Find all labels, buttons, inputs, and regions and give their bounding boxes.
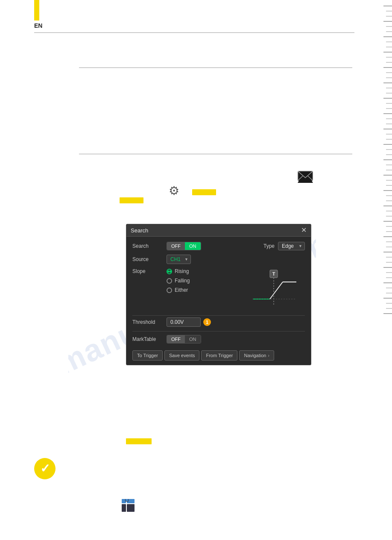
- yellow-highlight-1: [120, 197, 143, 203]
- sidebar-tick: [386, 103, 392, 104]
- marktable-toggle-off[interactable]: OFF: [167, 335, 185, 343]
- slope-falling[interactable]: Falling: [167, 278, 245, 284]
- sidebar-tick: [386, 139, 392, 140]
- threshold-label: Threshold: [132, 319, 167, 325]
- sidebar-tick: [386, 123, 392, 124]
- sidebar-tick: [383, 113, 392, 114]
- sidebar-tick: [386, 93, 392, 94]
- type-dropdown[interactable]: Edge Pulse Slope: [278, 242, 305, 250]
- threshold-row: Threshold 1: [132, 315, 305, 327]
- svg-rect-12: [127, 504, 135, 512]
- source-dropdown-wrap[interactable]: CH1 CH2 CH3 CH4: [167, 255, 191, 264]
- radio-falling[interactable]: [167, 278, 172, 284]
- source-row: Source CH1 CH2 CH3 CH4: [132, 255, 305, 264]
- sidebar-tick: [386, 257, 392, 258]
- slope-label: Slope: [132, 268, 167, 274]
- toggle-off-button[interactable]: OFF: [167, 242, 185, 250]
- svg-rect-14: [126, 499, 128, 501]
- sidebar-tick: [383, 129, 392, 129]
- sidebar-tick: [383, 298, 392, 299]
- sidebar-tick: [383, 98, 392, 99]
- slope-either-label: Either: [175, 287, 188, 293]
- slope-rising-label: Rising: [175, 268, 189, 274]
- slope-options: Rising Falling Either: [167, 268, 245, 293]
- sidebar-tick: [386, 195, 392, 196]
- sidebar-tick: [386, 247, 392, 247]
- type-dropdown-wrap[interactable]: Edge Pulse Slope: [278, 242, 305, 250]
- sidebar-tick: [386, 272, 392, 273]
- sidebar-tick: [386, 88, 392, 88]
- close-button[interactable]: ✕: [301, 227, 307, 234]
- sidebar-tick: [386, 185, 392, 186]
- source-dropdown[interactable]: CH1 CH2 CH3 CH4: [167, 255, 191, 264]
- slope-either[interactable]: Either: [167, 287, 245, 293]
- radio-rising[interactable]: [167, 269, 172, 274]
- svg-line-5: [270, 282, 283, 299]
- sidebar-tick: [386, 154, 392, 155]
- sidebar-tick: [386, 62, 392, 63]
- sidebar-tick: [386, 57, 392, 58]
- bottom-yellow-highlight: [126, 438, 152, 444]
- sidebar-tick: [386, 293, 392, 293]
- sidebar-tick: [383, 236, 392, 237]
- brand-bar: [34, 0, 39, 21]
- language-label: EN: [34, 22, 42, 29]
- info-badge: 1: [203, 318, 211, 326]
- slope-rising[interactable]: Rising: [167, 268, 245, 274]
- sidebar-tick: [386, 47, 392, 47]
- sidebar-tick: [386, 262, 392, 263]
- sidebar-tick: [383, 313, 392, 314]
- sidebar-tick: [386, 216, 392, 217]
- right-sidebar: [383, 0, 392, 540]
- threshold-input[interactable]: [167, 317, 201, 327]
- marktable-label: MarkTable: [132, 336, 167, 342]
- from-trigger-button[interactable]: From Trigger: [201, 350, 237, 361]
- navigation-button[interactable]: Navigation ›: [239, 350, 274, 361]
- sidebar-tick: [386, 134, 392, 135]
- sidebar-tick: [386, 149, 392, 150]
- checkmark-icon: ✓: [40, 463, 50, 475]
- sidebar-tick: [383, 205, 392, 206]
- sidebar-tick: [383, 52, 392, 53]
- section-divider-1: [79, 68, 352, 68]
- sidebar-tick: [383, 175, 392, 176]
- sidebar-tick: [386, 308, 392, 309]
- dialog-titlebar: Search ✕: [126, 224, 311, 237]
- search-label: Search: [132, 243, 167, 249]
- action-buttons: To Trigger Save events From Trigger Navi…: [132, 348, 305, 361]
- sidebar-tick: [386, 16, 392, 17]
- dialog-body: Search OFF ON Type Edge Pulse Slope Sour…: [126, 237, 311, 365]
- sidebar-tick: [383, 159, 392, 160]
- save-events-button[interactable]: Save events: [164, 350, 200, 361]
- slope-section: Slope Rising Falling Either: [132, 268, 305, 311]
- sidebar-tick: [383, 67, 392, 68]
- navigation-label: Navigation: [244, 353, 266, 358]
- sidebar-tick: [386, 26, 392, 27]
- sidebar-tick: [386, 41, 392, 42]
- sidebar-tick: [386, 77, 392, 78]
- type-label: Type: [263, 243, 275, 249]
- small-icon: [122, 499, 135, 512]
- to-trigger-button[interactable]: To Trigger: [132, 350, 163, 361]
- sidebar-tick: [383, 221, 392, 222]
- sidebar-tick: [386, 200, 392, 201]
- svg-rect-11: [122, 504, 126, 512]
- sidebar-tick: [386, 303, 392, 304]
- sidebar-tick: [386, 231, 392, 232]
- sidebar-tick: [386, 72, 392, 73]
- sidebar-tick: [386, 11, 392, 12]
- marktable-toggle-on[interactable]: ON: [185, 335, 201, 343]
- gear-icon[interactable]: ⚙: [169, 184, 179, 198]
- sidebar-tick: [383, 21, 392, 22]
- sidebar-tick: [383, 144, 392, 145]
- envelope-icon[interactable]: [298, 171, 313, 183]
- sidebar-tick: [386, 226, 392, 227]
- small-icon-wrap: [122, 499, 135, 513]
- sidebar-tick: [383, 6, 392, 6]
- sidebar-tick: [386, 170, 392, 170]
- sidebar-tick: [386, 288, 392, 288]
- toggle-on-button[interactable]: ON: [185, 242, 201, 250]
- checkmark-circle: ✓: [34, 458, 56, 479]
- search-row: Search OFF ON Type Edge Pulse Slope: [132, 242, 305, 250]
- radio-either[interactable]: [167, 288, 172, 293]
